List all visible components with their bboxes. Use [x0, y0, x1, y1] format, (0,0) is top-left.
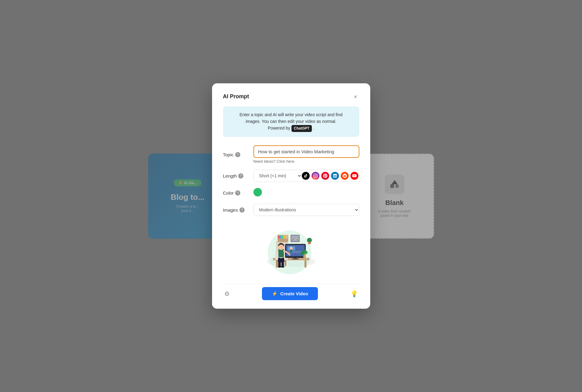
- instagram-icon[interactable]: [312, 172, 319, 180]
- svg-rect-37: [284, 235, 285, 239]
- modal-title: AI Prompt: [223, 93, 249, 100]
- images-label: Images ?: [223, 207, 253, 213]
- chatgpt-badge: ChatGPT: [291, 125, 312, 132]
- illustration-preview: [223, 222, 359, 275]
- topic-input[interactable]: [253, 145, 359, 158]
- linkedin-icon[interactable]: [331, 172, 339, 180]
- tiktok-icon[interactable]: [302, 172, 310, 180]
- color-label-text: Color: [223, 190, 234, 196]
- length-select[interactable]: Short (<1 min) Medium (1-2 min) Long (2-…: [254, 170, 302, 182]
- social-icons-group: [302, 172, 361, 180]
- modal-overlay: AI Prompt × Enter a topic and AI will wr…: [0, 0, 582, 392]
- length-select-wrap: Short (<1 min) Medium (1-2 min) Long (2-…: [253, 170, 362, 182]
- settings-button[interactable]: ⚙: [223, 289, 231, 299]
- create-button-label: Create Video: [280, 291, 308, 296]
- svg-rect-21: [292, 258, 299, 259]
- length-label-text: Length: [223, 173, 237, 179]
- color-picker-button[interactable]: [253, 188, 262, 196]
- info-text: Enter a topic and AI will write your vid…: [239, 112, 343, 131]
- color-help-icon[interactable]: ?: [235, 190, 240, 196]
- illustration-image: [261, 222, 322, 275]
- svg-rect-34: [278, 235, 280, 239]
- images-control-wrap: Modern illustrations Photos Abstract Non…: [253, 204, 359, 216]
- info-period: .: [313, 126, 314, 130]
- images-select[interactable]: Modern illustrations Photos Abstract Non…: [253, 204, 359, 216]
- svg-rect-10: [284, 260, 286, 266]
- create-video-button[interactable]: ⚡ Create Video: [262, 287, 318, 300]
- svg-rect-17: [288, 252, 300, 253]
- topic-help-icon[interactable]: ?: [235, 152, 240, 157]
- topic-label-text: Topic: [223, 152, 234, 157]
- svg-rect-7: [305, 260, 306, 268]
- close-button[interactable]: ×: [352, 93, 359, 100]
- svg-point-31: [303, 250, 306, 253]
- length-label: Length ?: [223, 173, 253, 179]
- lightning-icon: ⚡: [272, 291, 278, 297]
- topic-row: Topic ? Need ideas? Click here.: [223, 145, 359, 164]
- svg-rect-33: [277, 239, 288, 239]
- color-row: Color ?: [223, 188, 359, 198]
- svg-point-18: [290, 247, 293, 250]
- color-label: Color ?: [223, 190, 253, 196]
- lightbulb-button[interactable]: 💡: [349, 289, 359, 299]
- need-ideas-link[interactable]: Need ideas? Click here.: [253, 159, 359, 164]
- ai-prompt-modal: AI Prompt × Enter a topic and AI will wr…: [212, 83, 370, 309]
- reddit-icon[interactable]: [341, 172, 349, 180]
- svg-rect-43: [308, 242, 311, 244]
- images-label-text: Images: [223, 207, 238, 213]
- images-row: Images ? Modern illustrations Photos Abs…: [223, 204, 359, 216]
- settings-icon: ⚙: [224, 290, 230, 297]
- topic-control-wrap: Need ideas? Click here.: [253, 145, 359, 164]
- svg-rect-22: [278, 249, 284, 257]
- color-control-wrap: [253, 188, 359, 198]
- length-help-icon[interactable]: ?: [238, 173, 243, 179]
- length-control-wrap: Short (<1 min) Medium (1-2 min) Long (2-…: [253, 170, 362, 182]
- svg-rect-19: [290, 250, 292, 252]
- svg-rect-35: [280, 235, 281, 239]
- svg-rect-36: [281, 235, 283, 239]
- modal-footer: ⚙ ⚡ Create Video 💡: [223, 284, 359, 300]
- pinterest-icon[interactable]: [321, 172, 329, 180]
- lightbulb-icon: 💡: [350, 290, 358, 297]
- topic-label: Topic ?: [223, 152, 253, 157]
- svg-rect-24: [278, 261, 281, 266]
- svg-point-27: [281, 266, 284, 268]
- length-row: Length ? Short (<1 min) Medium (1-2 min)…: [223, 170, 359, 182]
- svg-rect-25: [281, 261, 284, 266]
- svg-rect-38: [278, 239, 288, 242]
- youtube-icon[interactable]: [350, 172, 358, 180]
- svg-point-41: [295, 238, 297, 239]
- images-help-icon[interactable]: ?: [239, 207, 245, 213]
- modal-header: AI Prompt ×: [223, 93, 359, 100]
- info-banner: Enter a topic and AI will write your vid…: [223, 106, 359, 137]
